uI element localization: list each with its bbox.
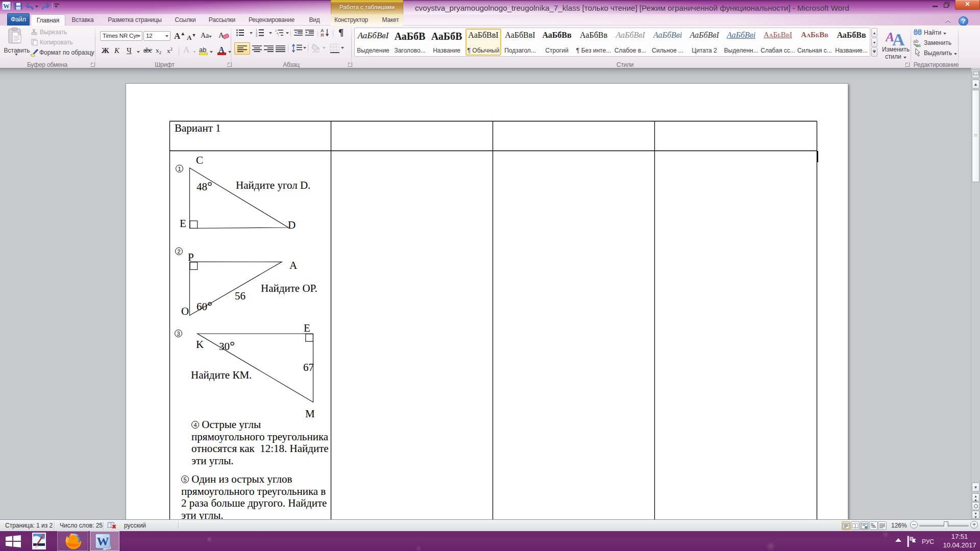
svg-text:3: 3 <box>256 34 257 37</box>
svg-text:Я: Я <box>321 33 324 37</box>
svg-text:ac: ac <box>916 43 921 47</box>
svg-text:A: A <box>892 30 905 46</box>
svg-text:i: i <box>278 34 279 36</box>
svg-text:A: A <box>218 31 224 39</box>
